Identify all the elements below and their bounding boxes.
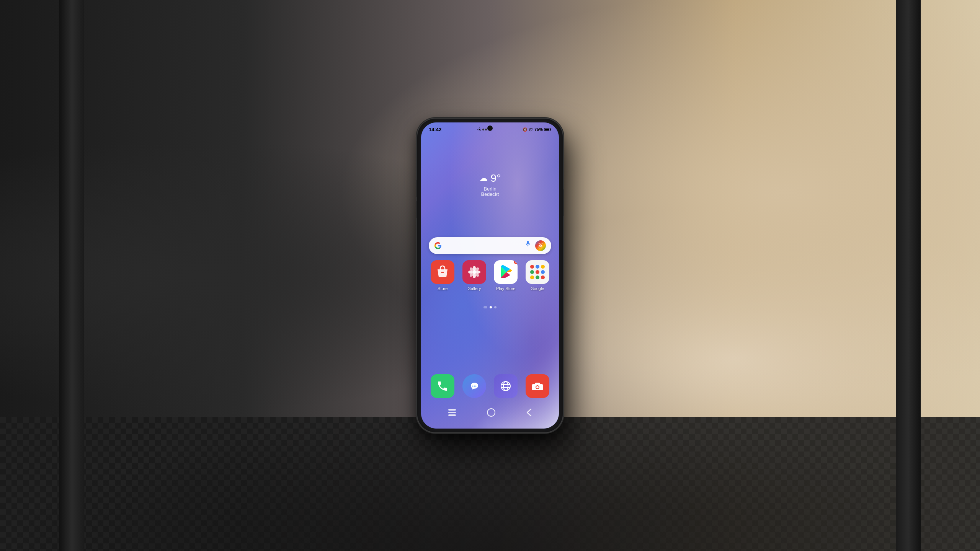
camera-lens-icon: [537, 243, 544, 249]
volume-up-button[interactable]: [416, 180, 417, 197]
phone-icon: [436, 380, 449, 392]
google-grid-dot-6: [541, 270, 545, 274]
camera-icon: [531, 380, 544, 393]
svg-point-20: [475, 386, 476, 387]
power-button[interactable]: [563, 189, 564, 216]
google-label: Google: [531, 286, 544, 291]
store-bag-icon: [436, 265, 449, 279]
dock-row: [429, 374, 551, 398]
svg-point-18: [472, 386, 473, 387]
store-label: Store: [438, 286, 448, 291]
svg-rect-27: [448, 409, 456, 411]
dock-item-browser[interactable]: [492, 374, 520, 398]
app-item-gallery[interactable]: Gallery: [461, 260, 488, 291]
playstore-label: Play Store: [496, 286, 516, 291]
google-g-icon: [434, 242, 442, 249]
notif-dot-2: [485, 129, 487, 130]
back-icon: [526, 408, 532, 417]
google-grid-dot-8: [536, 276, 539, 279]
svg-point-6: [540, 245, 541, 246]
page-dot-2: [490, 306, 492, 308]
google-grid-dot-5: [536, 270, 539, 274]
app-item-google[interactable]: Google: [524, 260, 552, 291]
phone-body: 14:42 🔇 75%: [417, 119, 563, 432]
google-grid-dot-3: [541, 265, 545, 269]
google-grid-dot-2: [536, 265, 539, 269]
app-grid: Store: [429, 260, 551, 291]
mic-icon[interactable]: [524, 240, 531, 247]
gear-icon: [477, 127, 482, 132]
svg-rect-3: [550, 129, 551, 130]
google-grid-dot-1: [530, 265, 534, 269]
battery-icon: [544, 127, 551, 132]
svg-rect-28: [448, 412, 456, 413]
volume-off-icon: 🔇: [523, 127, 527, 132]
gallery-label: Gallery: [467, 286, 481, 291]
phone-wrapper: 14:42 🔇 75%: [417, 119, 563, 432]
weather-temperature: 9°: [491, 172, 501, 184]
weather-row: ☁ 9°: [479, 172, 501, 184]
page-indicators: [421, 306, 559, 308]
lens-icon[interactable]: [535, 240, 546, 251]
svg-point-21: [501, 381, 510, 391]
weather-city: Berlin: [483, 186, 496, 192]
svg-point-30: [487, 409, 495, 416]
google-logo: [434, 242, 442, 249]
gallery-icon: [462, 260, 486, 284]
battery-label: 75%: [534, 127, 543, 132]
google-grid-dot-7: [530, 276, 534, 279]
floor-texture: [0, 417, 980, 551]
messages-icon: [468, 380, 481, 393]
playstore-badge: 1: [513, 260, 518, 265]
home-icon: [487, 408, 495, 417]
dock-item-messages[interactable]: [461, 374, 488, 398]
svg-rect-7: [441, 272, 444, 273]
dock-item-phone[interactable]: [429, 374, 457, 398]
store-icon: [431, 260, 454, 284]
browser-icon: [499, 380, 512, 393]
weather-icon: ☁: [479, 173, 488, 183]
svg-point-22: [503, 381, 508, 391]
weather-description: Bedeckt: [481, 192, 499, 197]
messages-app-icon: [462, 374, 486, 398]
play-store-logo: [498, 264, 513, 280]
svg-rect-29: [448, 414, 456, 416]
google-app-icon: [526, 260, 549, 284]
stand-bar-left: [59, 0, 84, 551]
camera-app-icon: [526, 374, 549, 398]
volume-down-button[interactable]: [416, 201, 417, 218]
status-time: 14:42: [429, 127, 441, 132]
notif-dot-1: [482, 129, 484, 130]
phone-app-icon: [431, 374, 454, 398]
home-button[interactable]: [487, 408, 495, 417]
weather-widget: ☁ 9° Berlin Bedeckt: [421, 172, 559, 197]
page-dot-3: [494, 306, 497, 308]
svg-point-26: [536, 386, 539, 388]
back-button[interactable]: [526, 408, 532, 417]
nav-bar: [421, 404, 559, 421]
app-item-playstore[interactable]: 1: [492, 260, 520, 291]
google-grid-dot-4: [530, 270, 534, 274]
status-icons-right: 🔇 75%: [523, 127, 551, 132]
svg-point-0: [479, 129, 480, 130]
stand-bar-right: [896, 0, 921, 551]
recents-icon: [448, 409, 456, 416]
google-grid-dot-9: [541, 276, 545, 279]
phone-screen: 14:42 🔇 75%: [421, 122, 559, 429]
app-item-store[interactable]: Store: [429, 260, 457, 291]
gallery-flower-icon: [467, 265, 481, 279]
dock-item-camera[interactable]: [524, 374, 552, 398]
front-camera: [487, 126, 493, 131]
search-action-icons: [524, 240, 546, 251]
alarm-icon: [529, 127, 533, 132]
status-notifications: [477, 127, 487, 132]
browser-app-icon: [494, 374, 518, 398]
playstore-icon: 1: [494, 260, 518, 284]
svg-rect-4: [545, 128, 549, 130]
page-dot-1: [483, 306, 487, 308]
recents-button[interactable]: [448, 409, 456, 416]
svg-point-19: [474, 386, 475, 387]
google-search-bar[interactable]: [429, 237, 551, 254]
